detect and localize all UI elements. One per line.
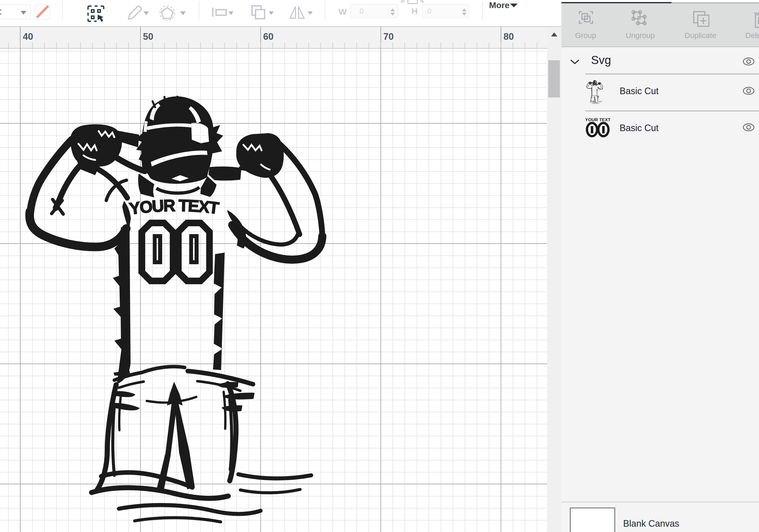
- svg-text:50: 50: [143, 31, 153, 42]
- svg-text:Group: Group: [575, 31, 596, 39]
- svg-text:YOUR TEXT: YOUR TEXT: [585, 117, 611, 122]
- svg-text:0: 0: [427, 7, 431, 15]
- svg-text:Svg: Svg: [591, 54, 611, 66]
- svg-text:Basic Cut: Basic Cut: [619, 86, 659, 96]
- svg-text:Duplicate: Duplicate: [685, 31, 716, 39]
- svg-text:Blank Canvas: Blank Canvas: [623, 518, 679, 529]
- svg-text:70: 70: [383, 31, 394, 42]
- svg-text:YOUR TEXT: YOUR TEXT: [128, 196, 220, 218]
- svg-text:Dele: Dele: [745, 31, 759, 39]
- svg-text:40: 40: [23, 31, 33, 42]
- svg-text:0: 0: [360, 7, 364, 15]
- svg-text:80: 80: [503, 31, 514, 42]
- svg-text:Ungroup: Ungroup: [626, 31, 655, 39]
- svg-text:H: H: [411, 6, 418, 16]
- svg-text:Basic Cut: Basic Cut: [619, 123, 659, 133]
- svg-text:W: W: [339, 7, 347, 17]
- svg-text:60: 60: [263, 31, 273, 42]
- svg-text:More: More: [489, 0, 509, 10]
